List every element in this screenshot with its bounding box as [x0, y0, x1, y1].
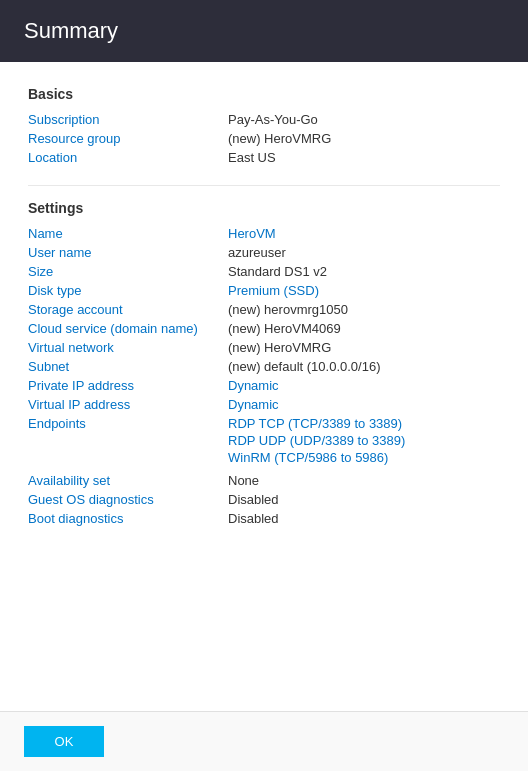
basics-resourcegroup-row: Resource group (new) HeroVMRG — [28, 131, 500, 146]
settings-availset-row: Availability set None — [28, 473, 500, 488]
settings-guestosdiag-row: Guest OS diagnostics Disabled — [28, 492, 500, 507]
settings-storage-row: Storage account (new) herovmrg1050 — [28, 302, 500, 317]
settings-section-title: Settings — [28, 200, 500, 216]
settings-subnet-row: Subnet (new) default (10.0.0.0/16) — [28, 359, 500, 374]
settings-guestosdiag-value: Disabled — [228, 492, 500, 507]
settings-guestosdiag-label: Guest OS diagnostics — [28, 492, 228, 507]
basics-section-title: Basics — [28, 86, 500, 102]
settings-storage-label: Storage account — [28, 302, 228, 317]
settings-endpoints-label: Endpoints — [28, 416, 228, 431]
settings-disktype-value: Premium (SSD) — [228, 283, 500, 298]
settings-size-label: Size — [28, 264, 228, 279]
settings-disktype-row: Disk type Premium (SSD) — [28, 283, 500, 298]
settings-privateip-value: Dynamic — [228, 378, 500, 393]
settings-cloudservice-row: Cloud service (domain name) (new) HeroVM… — [28, 321, 500, 336]
settings-disktype-label: Disk type — [28, 283, 228, 298]
basics-subscription-value: Pay-As-You-Go — [228, 112, 500, 127]
settings-vnet-row: Virtual network (new) HeroVMRG — [28, 340, 500, 355]
basics-location-label: Location — [28, 150, 228, 165]
page-header: Summary — [0, 0, 528, 62]
endpoint-winrm: WinRM (TCP/5986 to 5986) — [228, 450, 500, 465]
settings-storage-value: (new) herovmrg1050 — [228, 302, 500, 317]
settings-virtualip-value: Dynamic — [228, 397, 500, 412]
basics-resourcegroup-value: (new) HeroVMRG — [228, 131, 500, 146]
page-footer: OK — [0, 711, 528, 771]
settings-size-row: Size Standard DS1 v2 — [28, 264, 500, 279]
settings-virtualip-row: Virtual IP address Dynamic — [28, 397, 500, 412]
settings-size-value: Standard DS1 v2 — [228, 264, 500, 279]
settings-section: Settings Name HeroVM User name azureuser… — [28, 200, 500, 526]
settings-username-row: User name azureuser — [28, 245, 500, 260]
settings-name-row: Name HeroVM — [28, 226, 500, 241]
settings-endpoints-value: RDP TCP (TCP/3389 to 3389) RDP UDP (UDP/… — [228, 416, 500, 467]
settings-name-value: HeroVM — [228, 226, 500, 241]
basics-section: Basics Subscription Pay-As-You-Go Resour… — [28, 86, 500, 165]
settings-cloudservice-value: (new) HeroVM4069 — [228, 321, 500, 336]
basics-location-value: East US — [228, 150, 500, 165]
settings-privateip-row: Private IP address Dynamic — [28, 378, 500, 393]
ok-button[interactable]: OK — [24, 726, 104, 757]
settings-subnet-value: (new) default (10.0.0.0/16) — [228, 359, 500, 374]
settings-cloudservice-label: Cloud service (domain name) — [28, 321, 228, 336]
settings-bootdiag-row: Boot diagnostics Disabled — [28, 511, 500, 526]
settings-username-value: azureuser — [228, 245, 500, 260]
settings-endpoints-row: Endpoints RDP TCP (TCP/3389 to 3389) RDP… — [28, 416, 500, 467]
basics-resourcegroup-label: Resource group — [28, 131, 228, 146]
settings-name-label: Name — [28, 226, 228, 241]
settings-bootdiag-label: Boot diagnostics — [28, 511, 228, 526]
settings-availset-value: None — [228, 473, 500, 488]
section-divider — [28, 185, 500, 186]
settings-vnet-value: (new) HeroVMRG — [228, 340, 500, 355]
settings-virtualip-label: Virtual IP address — [28, 397, 228, 412]
page-title: Summary — [24, 18, 118, 43]
settings-subnet-label: Subnet — [28, 359, 228, 374]
endpoint-rdp-udp: RDP UDP (UDP/3389 to 3389) — [228, 433, 500, 448]
settings-bootdiag-value: Disabled — [228, 511, 500, 526]
basics-subscription-label: Subscription — [28, 112, 228, 127]
basics-subscription-row: Subscription Pay-As-You-Go — [28, 112, 500, 127]
settings-username-label: User name — [28, 245, 228, 260]
endpoint-rdp-tcp: RDP TCP (TCP/3389 to 3389) — [228, 416, 500, 431]
settings-availset-label: Availability set — [28, 473, 228, 488]
main-content: Basics Subscription Pay-As-You-Go Resour… — [0, 62, 528, 711]
settings-vnet-label: Virtual network — [28, 340, 228, 355]
basics-location-row: Location East US — [28, 150, 500, 165]
settings-privateip-label: Private IP address — [28, 378, 228, 393]
